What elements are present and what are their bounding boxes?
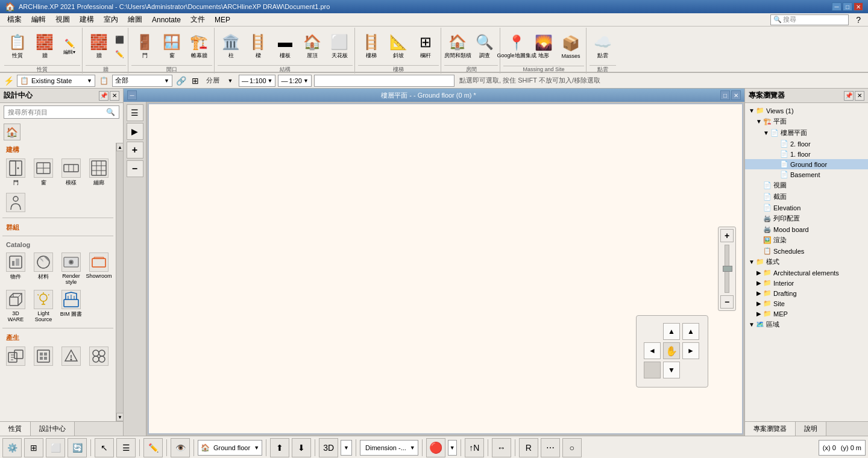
tree-interior[interactable]: ▶ 📁 Interior	[745, 278, 868, 288]
cmd-icon3[interactable]: ▼	[224, 75, 236, 87]
cmd-link-icon[interactable]: 🔗	[175, 75, 187, 87]
curtain-item[interactable]: 繃廊	[86, 157, 112, 189]
door-button[interactable]: 🚪 門	[131, 29, 158, 65]
status-north-button[interactable]: ↑N	[465, 438, 484, 457]
canvas-close-button[interactable]: ✕	[731, 90, 741, 100]
properties-button[interactable]: 📋 性質	[4, 29, 31, 65]
zoom-in-button[interactable]: +	[720, 229, 734, 242]
edit-button[interactable]: ✏️編輯▾	[58, 39, 80, 55]
status-r-button[interactable]: R	[519, 438, 538, 457]
nav-down-button[interactable]: ▼	[663, 362, 680, 378]
tree-floor-plans[interactable]: ▼ 🏗️ 平面	[745, 116, 868, 127]
menu-file[interactable]: 檔案	[2, 13, 27, 26]
survey-button[interactable]: 🔍 調查	[471, 29, 498, 65]
wall-sub1-button[interactable]: ⬛	[113, 33, 126, 46]
tree-floor-plans-sub[interactable]: ▼ 📄 樓層平面	[745, 127, 868, 139]
left-panel-scrollbar[interactable]: ▲ ▼	[116, 143, 123, 421]
tree-area[interactable]: ▼ 🗺️ 區域	[745, 319, 868, 330]
menu-mep[interactable]: MEP	[210, 14, 235, 25]
status-color-button[interactable]: 🔴	[426, 438, 445, 457]
cmd-grid-icon[interactable]: ⊞	[189, 75, 201, 87]
curtain-wall-button[interactable]: 🏗️ 帷幕牆	[186, 29, 212, 65]
google-maps-button[interactable]: 📍 Google地圖集成	[503, 30, 530, 66]
menu-build[interactable]: 建構	[75, 13, 99, 26]
search-input[interactable]	[797, 16, 846, 24]
close-button[interactable]: ✕	[854, 2, 863, 11]
ramp-button[interactable]: 📐 斜坡	[385, 29, 412, 65]
catalog-render-item[interactable]: Render style	[58, 251, 84, 287]
nav-pan-button[interactable]: ✋	[663, 342, 680, 359]
dimension-dropdown[interactable]: Dimension -... ▼	[360, 440, 418, 456]
gen-item4[interactable]	[86, 345, 112, 368]
maximize-button[interactable]: □	[843, 2, 852, 11]
door-item[interactable]: 門	[2, 157, 29, 189]
status-rotate-button[interactable]: 🔄	[68, 438, 87, 457]
nav-left-button[interactable]: ◄	[644, 342, 661, 359]
nav-right-button[interactable]: ►	[682, 342, 699, 359]
terrain-button[interactable]: 🌄 地形	[530, 30, 557, 66]
gen-item3[interactable]	[58, 345, 84, 368]
ceiling-button[interactable]: ⬜ 天花板	[326, 29, 353, 65]
staircase-button[interactable]: 🪜 樓梯	[358, 29, 385, 65]
tab-design-center[interactable]: 設計中心	[31, 422, 75, 436]
column-button[interactable]: 🏛️ 柱	[218, 29, 244, 65]
wall-section-button[interactable]: 🧱 牆	[86, 29, 112, 65]
window-button[interactable]: 🪟 窗	[159, 29, 185, 65]
catalog-bim-item[interactable]: BIM 圖書	[58, 288, 84, 324]
tree-mep[interactable]: ▶ 📁 MEP	[745, 309, 868, 319]
modular-item[interactable]: 模樣	[58, 157, 84, 189]
status-up-button[interactable]: ⬆	[270, 438, 289, 457]
pointcloud-button[interactable]: ☁️ 點雲	[590, 29, 616, 65]
right-panel-close-button[interactable]: ✕	[855, 91, 864, 101]
nav-zoom-out-button[interactable]: −	[127, 160, 143, 177]
wall-sub2-button[interactable]: ✏️	[113, 48, 126, 61]
layer-selector[interactable]: 全部 ▼	[112, 75, 172, 87]
tree-drafting[interactable]: ▶ 📁 Drafting	[745, 288, 868, 298]
filter-input[interactable]	[314, 75, 454, 87]
room-area-button[interactable]: 🏠 房間和類積	[444, 29, 471, 65]
tree-views[interactable]: 📄 視圖	[745, 180, 868, 191]
tree-elevation[interactable]: 📄 Elevation	[745, 202, 868, 213]
canvas-window-button[interactable]: □	[720, 90, 730, 100]
minimize-button[interactable]: ─	[832, 2, 841, 11]
tree-basement[interactable]: 📄 Basement	[745, 169, 868, 180]
nav-arrow-button[interactable]: ▶	[127, 123, 143, 140]
tree-moodboard[interactable]: 🖨️ Mood board	[745, 224, 868, 234]
status-3d-button[interactable]: 3D	[319, 438, 338, 457]
zoom-out-button[interactable]: −	[720, 295, 734, 309]
catalog-material-item[interactable]: 材料	[30, 251, 57, 287]
status-list-button[interactable]: ☰	[116, 438, 136, 457]
status-more-button[interactable]: ⋯	[541, 438, 560, 457]
menu-annotate[interactable]: Annotate	[147, 14, 186, 25]
status-3d-dropdown[interactable]: ▼	[341, 440, 352, 456]
nav-zoom-in-button[interactable]: +	[127, 142, 143, 158]
status-arrow-button[interactable]: ↖	[95, 438, 114, 457]
zoom-track[interactable]	[725, 245, 729, 293]
tree-floor-1[interactable]: 📄 1. floor	[745, 149, 868, 159]
catalog-3d-item[interactable]: 3D WARE	[2, 288, 29, 324]
tree-schedules[interactable]: 📋 Schedules	[745, 246, 868, 256]
status-rect-button[interactable]: ⬜	[46, 438, 65, 457]
wall-button[interactable]: 🧱 牆	[31, 29, 58, 65]
nav-up-button[interactable]: ▲	[663, 323, 680, 340]
floor-dropdown[interactable]: 🏠 Ground floor ▼	[198, 440, 262, 456]
panel-pin-button[interactable]: 📌	[99, 91, 108, 101]
cmd-icon1[interactable]: ⚡	[2, 75, 14, 87]
panel-close-button[interactable]: ✕	[110, 91, 119, 101]
color-dropdown[interactable]: ▼	[448, 440, 457, 456]
menu-interior[interactable]: 室內	[99, 13, 123, 26]
cmd-icon2[interactable]: 📋	[98, 75, 110, 87]
state-selector[interactable]: 📋 Existing State ▼	[17, 75, 95, 87]
scroll-down-button[interactable]: ▼	[116, 413, 123, 421]
gen-item2[interactable]	[30, 345, 57, 368]
tree-ground-floor[interactable]: 📄 Ground floor	[745, 159, 868, 169]
catalog-light-item[interactable]: Light Source	[30, 288, 57, 324]
status-view-button[interactable]: 👁️	[171, 438, 190, 457]
tab-project-browser[interactable]: 專案瀏覽器	[745, 422, 796, 436]
catalog-showroom-item[interactable]: Showroom	[86, 251, 112, 287]
tree-views-group[interactable]: ▼ 📁 Views (1)	[745, 105, 868, 116]
status-grid-button[interactable]: ⊞	[24, 438, 43, 457]
menu-document[interactable]: 文件	[186, 13, 210, 26]
menu-draw[interactable]: 繪圖	[123, 13, 147, 26]
search-box[interactable]: 🔍	[4, 105, 119, 119]
